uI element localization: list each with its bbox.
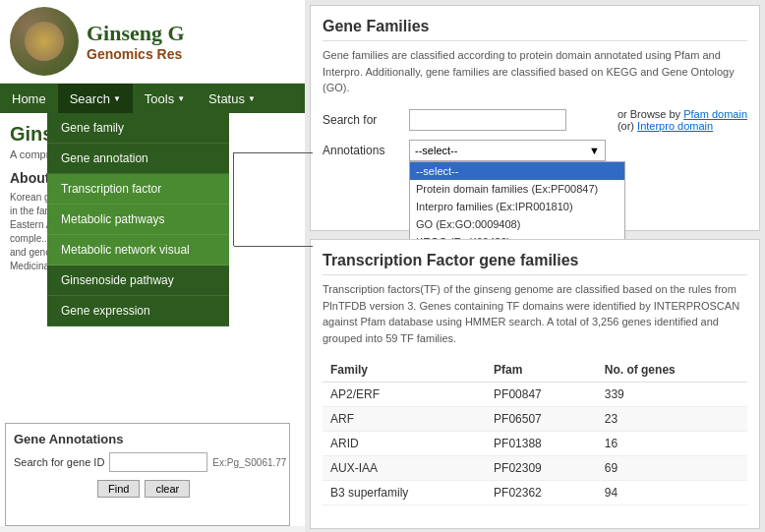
cell-pfam: PF06507 — [486, 407, 597, 432]
search-for-row: Search for or Browse by Pfam domain (or)… — [323, 108, 747, 132]
site-logo — [10, 7, 79, 76]
tf-panel-desc: Transcription factors(TF) of the ginseng… — [323, 281, 747, 346]
connector-h-line-1 — [234, 152, 313, 153]
gene-search-label: Search for gene ID — [14, 456, 104, 468]
col-pfam: Pfam — [486, 358, 597, 383]
cell-genes: 69 — [597, 456, 747, 481]
search-arrow-icon: ▼ — [113, 94, 121, 103]
clear-button[interactable]: clear — [145, 480, 190, 498]
table-row: B3 superfamilyPF0236294 — [323, 481, 747, 505]
gene-families-panel: Gene Families Gene families are classifi… — [310, 5, 760, 231]
annotations-label: Annotations — [323, 144, 401, 157]
site-header: Ginseng G Genomics Res — [0, 0, 305, 84]
search-dropdown: Gene family Gene annotation Transcriptio… — [47, 113, 229, 326]
logo-inner — [25, 22, 64, 61]
tf-panel: Transcription Factor gene families Trans… — [310, 239, 760, 529]
cell-family: AUX-IAA — [323, 456, 486, 481]
cell-genes: 16 — [597, 432, 747, 456]
navbar: Home Search ▼ Tools ▼ Status ▼ — [0, 84, 305, 113]
col-family: Family — [323, 358, 486, 383]
site-subtitle: Genomics Res — [87, 46, 185, 62]
gene-families-desc: Gene families are classified according t… — [323, 47, 747, 96]
table-row: ARIDPF0138816 — [323, 432, 747, 456]
annotations-select-box[interactable]: --select-- ▼ — [409, 140, 606, 161]
cell-pfam: PF01388 — [486, 432, 597, 456]
select-arrow-icon: ▼ — [589, 145, 600, 156]
cell-family: ARF — [323, 407, 486, 432]
table-row: ARFPF0650723 — [323, 407, 747, 432]
tf-table: Family Pfam No. of genes AP2/ERFPF008473… — [323, 358, 747, 505]
select-value: --select-- — [415, 145, 457, 156]
site-title: Ginseng G — [87, 21, 185, 46]
dropdown-ginsenoside[interactable]: Ginsenoside pathway — [47, 266, 229, 296]
cell-genes: 94 — [597, 481, 747, 505]
tf-panel-title: Transcription Factor gene families — [323, 252, 747, 275]
gene-search-row: Search for gene ID Ex:Pg_S0061.77 — [14, 452, 281, 472]
search-for-label: Search for — [323, 113, 401, 127]
option-protein-domain[interactable]: Protein domain families (Ex:PF00847) — [410, 180, 624, 198]
cell-family: ARID — [323, 432, 486, 456]
tools-arrow-icon: ▼ — [177, 94, 185, 103]
search-for-input[interactable] — [409, 109, 566, 131]
nav-status[interactable]: Status ▼ — [197, 84, 267, 113]
cell-pfam: PF02309 — [486, 456, 597, 481]
col-genes: No. of genes — [597, 358, 747, 383]
cell-family: B3 superfamily — [323, 481, 486, 505]
nav-home[interactable]: Home — [0, 84, 58, 113]
option-go[interactable]: GO (Ex:GO:0009408) — [410, 215, 624, 233]
cell-family: AP2/ERF — [323, 383, 486, 407]
annotations-select-container: --select-- ▼ --select-- Protein domain f… — [409, 140, 606, 161]
nav-search[interactable]: Search ▼ — [58, 84, 133, 113]
option-select[interactable]: --select-- — [410, 162, 624, 180]
gene-btn-row: Find clear — [14, 480, 281, 498]
gene-annotations-box: Gene Annotations Search for gene ID Ex:P… — [5, 423, 290, 526]
find-button[interactable]: Find — [97, 480, 140, 498]
site-title-area: Ginseng G Genomics Res — [87, 21, 185, 62]
connector-vertical-line — [233, 152, 234, 246]
browse-text: or Browse by Pfam domain (or) Interpro d… — [618, 108, 747, 132]
interpro-domain-link[interactable]: Interpro domain — [637, 120, 713, 132]
cell-pfam: PF02362 — [486, 481, 597, 505]
option-interpro-families[interactable]: Interpro families (Ex:IPR001810) — [410, 198, 624, 215]
table-row: AUX-IAAPF0230969 — [323, 456, 747, 481]
table-row: AP2/ERFPF00847339 — [323, 383, 747, 407]
dropdown-transcription-factor[interactable]: Transcription factor — [47, 174, 229, 205]
dropdown-metabolic-network[interactable]: Metabolic network visual — [47, 235, 229, 266]
connector-h-line-2 — [234, 246, 313, 247]
cell-pfam: PF00847 — [486, 383, 597, 407]
cell-genes: 339 — [597, 383, 747, 407]
status-arrow-icon: ▼ — [248, 94, 256, 103]
nav-tools[interactable]: Tools ▼ — [133, 84, 197, 113]
gene-search-example: Ex:Pg_S0061.77 — [212, 457, 286, 468]
dropdown-gene-annotation[interactable]: Gene annotation — [47, 144, 229, 174]
gene-families-title: Gene Families — [323, 18, 747, 41]
dropdown-metabolic-pathways[interactable]: Metabolic pathways — [47, 205, 229, 235]
dropdown-gene-family[interactable]: Gene family — [47, 113, 229, 144]
pfam-domain-link[interactable]: Pfam domain — [683, 108, 747, 120]
cell-genes: 23 — [597, 407, 747, 432]
gene-id-input[interactable] — [109, 452, 207, 472]
dropdown-gene-expression[interactable]: Gene expression — [47, 296, 229, 326]
gene-annotations-title: Gene Annotations — [14, 432, 281, 446]
annotations-row: Annotations --select-- ▼ --select-- Prot… — [323, 140, 747, 161]
